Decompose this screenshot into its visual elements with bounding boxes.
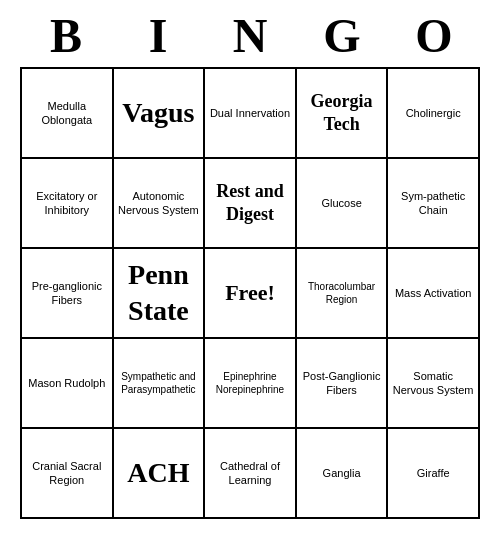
bingo-letter: O [388,8,480,63]
bingo-letter: G [296,8,388,63]
cell-3-3: Post-Ganglionic Fibers [297,339,389,427]
cell-2-2: Free! [205,249,297,337]
cell-0-2: Dual Innervation [205,69,297,157]
cell-4-0: Cranial Sacral Region [22,429,114,517]
cell-1-2: Rest and Digest [205,159,297,247]
cell-2-3: Thoracolumbar Region [297,249,389,337]
cell-4-3: Ganglia [297,429,389,517]
cell-4-2: Cathedral of Learning [205,429,297,517]
cell-2-1: Penn State [114,249,206,337]
grid-row-2: Pre-ganglionic FibersPenn StateFree!Thor… [22,249,478,339]
cell-4-1: ACH [114,429,206,517]
bingo-letter: I [112,8,204,63]
bingo-title-row: BINGO [20,0,480,67]
grid-row-1: Excitatory or InhibitoryAutonomic Nervou… [22,159,478,249]
cell-3-1: Sympathetic and Parasympathetic [114,339,206,427]
cell-3-2: Epinephrine Norepinephrine [205,339,297,427]
cell-3-0: Mason Rudolph [22,339,114,427]
cell-0-3: Georgia Tech [297,69,389,157]
grid-row-4: Cranial Sacral RegionACHCathedral of Lea… [22,429,478,517]
cell-3-4: Somatic Nervous System [388,339,478,427]
grid-row-3: Mason RudolphSympathetic and Parasympath… [22,339,478,429]
cell-1-1: Autonomic Nervous System [114,159,206,247]
cell-1-0: Excitatory or Inhibitory [22,159,114,247]
cell-0-0: Medulla Oblongata [22,69,114,157]
bingo-letter: B [20,8,112,63]
cell-0-1: Vagus [114,69,206,157]
grid-row-0: Medulla OblongataVagusDual InnervationGe… [22,69,478,159]
cell-1-3: Glucose [297,159,389,247]
cell-0-4: Cholinergic [388,69,478,157]
bingo-grid: Medulla OblongataVagusDual InnervationGe… [20,67,480,519]
bingo-letter: N [204,8,296,63]
cell-2-0: Pre-ganglionic Fibers [22,249,114,337]
cell-1-4: Sym-pathetic Chain [388,159,478,247]
cell-4-4: Giraffe [388,429,478,517]
cell-2-4: Mass Activation [388,249,478,337]
